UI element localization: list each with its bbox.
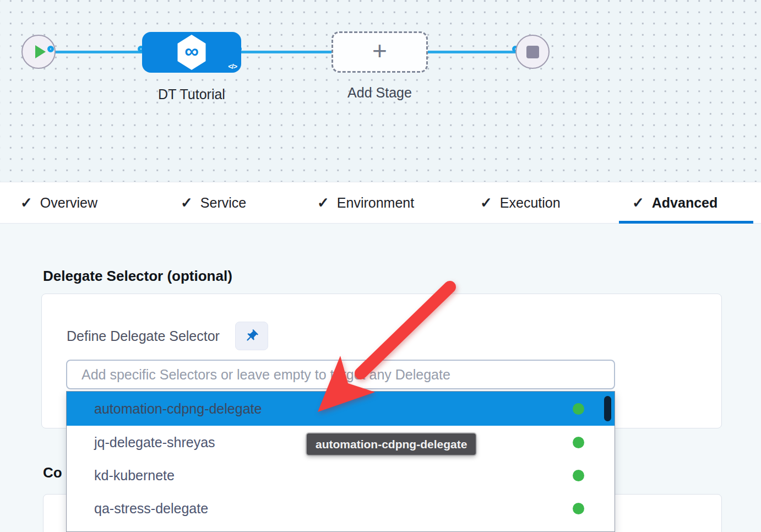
check-icon: ✓ bbox=[317, 194, 329, 211]
add-stage-button[interactable]: + bbox=[331, 31, 428, 73]
stage-node-dt-tutorial[interactable]: ∞ </> bbox=[142, 32, 241, 73]
add-stage-label: Add Stage bbox=[326, 85, 433, 101]
pipeline-end-node[interactable] bbox=[515, 35, 550, 69]
next-section-title-truncated: Co bbox=[43, 464, 62, 481]
tab-environment[interactable]: ✓ Environment bbox=[317, 182, 414, 224]
tab-service[interactable]: ✓ Service bbox=[181, 182, 246, 224]
delegate-dropdown: automation-cdpng-delegate jq-delegate-sh… bbox=[66, 391, 615, 532]
delegate-selector-input[interactable] bbox=[66, 360, 615, 389]
pin-button[interactable] bbox=[235, 322, 268, 350]
define-delegate-selector-label: Define Delegate Selector bbox=[67, 328, 220, 344]
tab-overview[interactable]: ✓ Overview bbox=[20, 182, 97, 224]
check-icon: ✓ bbox=[181, 194, 193, 211]
stop-icon bbox=[526, 46, 539, 58]
stage-tabbar: ✓ Overview ✓ Service ✓ Environment ✓ Exe… bbox=[0, 182, 761, 224]
advanced-tab-panel: Delegate Selector (optional) Define Dele… bbox=[0, 224, 761, 532]
connector-line bbox=[428, 51, 519, 53]
tab-advanced[interactable]: ✓ Advanced bbox=[632, 182, 717, 224]
pipeline-canvas[interactable]: ∞ </> DT Tutorial + Add Stage bbox=[0, 0, 761, 182]
connector-line bbox=[53, 51, 144, 53]
delegate-status-dot bbox=[573, 403, 584, 415]
delegate-status-dot bbox=[573, 470, 584, 481]
connector-line bbox=[241, 51, 332, 53]
dropdown-option[interactable]: automation-cdpng-delegate bbox=[67, 392, 615, 426]
node-port bbox=[47, 46, 54, 52]
harness-cd-icon: ∞ bbox=[176, 35, 208, 70]
plus-icon: + bbox=[372, 38, 387, 63]
delegate-status-dot bbox=[573, 503, 584, 514]
stage-node-label: DT Tutorial bbox=[137, 86, 247, 102]
delegate-status-dot bbox=[573, 437, 584, 448]
dropdown-scrollbar-thumb[interactable] bbox=[604, 396, 611, 421]
code-icon[interactable]: </> bbox=[228, 62, 237, 70]
play-icon bbox=[35, 45, 46, 58]
check-icon: ✓ bbox=[632, 194, 644, 211]
check-icon: ✓ bbox=[20, 194, 32, 211]
pushpin-icon bbox=[241, 325, 262, 346]
check-icon: ✓ bbox=[480, 194, 492, 211]
dropdown-option[interactable]: kd-kubernete bbox=[67, 459, 615, 492]
delegate-tooltip: automation-cdpng-delegate bbox=[307, 433, 476, 455]
tab-execution[interactable]: ✓ Execution bbox=[480, 182, 561, 224]
dropdown-option[interactable]: qa-stress-delegate bbox=[67, 492, 615, 525]
delegate-selector-section-title: Delegate Selector (optional) bbox=[43, 268, 232, 285]
